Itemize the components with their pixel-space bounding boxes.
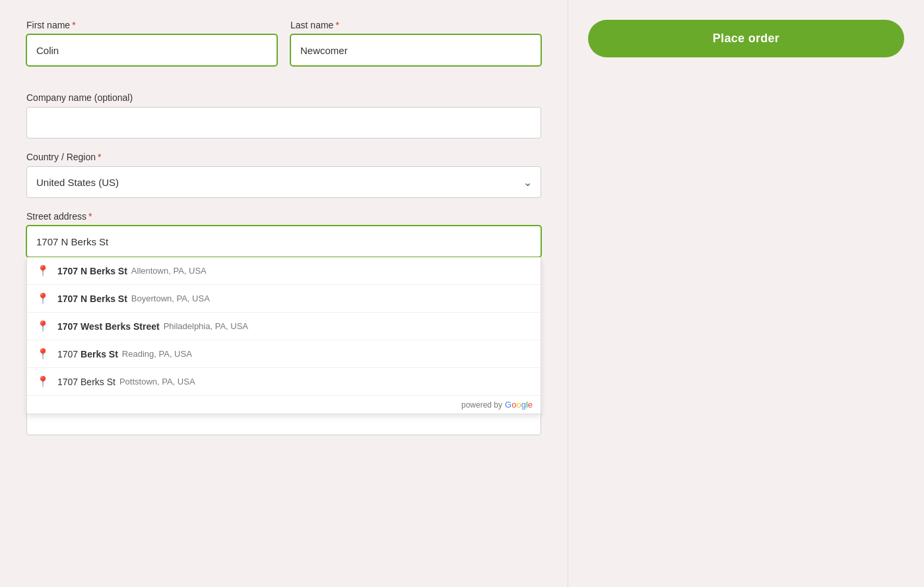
location-pin-icon: 📍 bbox=[36, 320, 50, 332]
autocomplete-dropdown: 📍 1707 N Berks St Allentown, PA, USA 📍 1… bbox=[26, 257, 541, 414]
place-order-button[interactable]: Place order bbox=[588, 20, 904, 57]
first-name-group: First name* bbox=[26, 20, 277, 66]
street-address-wrapper: 📍 1707 N Berks St Allentown, PA, USA 📍 1… bbox=[26, 226, 541, 257]
autocomplete-item[interactable]: 📍 1707 West Berks Street Philadelphia, P… bbox=[27, 313, 541, 340]
location-pin-icon: 📍 bbox=[36, 264, 50, 277]
country-select-wrapper: United States (US) Canada United Kingdom… bbox=[26, 166, 541, 198]
last-name-required: * bbox=[335, 20, 339, 30]
last-name-label: Last name* bbox=[290, 20, 541, 30]
autocomplete-item[interactable]: 📍 1707 Berks St Reading, PA, USA bbox=[27, 340, 541, 368]
company-name-input[interactable] bbox=[26, 107, 541, 139]
country-label: Country / Region* bbox=[26, 152, 541, 162]
checkout-form: First name* Last name* Company name (opt… bbox=[0, 0, 568, 587]
country-required: * bbox=[98, 152, 101, 162]
location-pin-icon: 📍 bbox=[36, 292, 50, 305]
company-name-group: Company name (optional) bbox=[26, 92, 541, 139]
last-name-input[interactable] bbox=[290, 34, 541, 66]
company-name-label: Company name (optional) bbox=[26, 92, 541, 103]
location-pin-icon: 📍 bbox=[36, 348, 50, 360]
autocomplete-item[interactable]: 📍 1707 N Berks St Boyertown, PA, USA bbox=[27, 285, 541, 313]
street-address-required: * bbox=[88, 211, 92, 222]
last-name-group: Last name* bbox=[290, 20, 541, 66]
location-pin-icon: 📍 bbox=[36, 375, 50, 388]
country-select[interactable]: United States (US) Canada United Kingdom… bbox=[26, 166, 541, 198]
autocomplete-item[interactable]: 📍 1707 Berks St Pottstown, PA, USA bbox=[27, 368, 541, 396]
first-name-label: First name* bbox=[26, 20, 277, 30]
autocomplete-item[interactable]: 📍 1707 N Berks St Allentown, PA, USA bbox=[27, 257, 541, 285]
street-address-input[interactable] bbox=[26, 226, 541, 257]
country-group: Country / Region* United States (US) Can… bbox=[26, 152, 541, 198]
order-sidebar: Place order bbox=[568, 0, 924, 587]
google-logo: Google bbox=[505, 400, 533, 410]
street-address-label: Street address* bbox=[26, 211, 541, 222]
first-name-required: * bbox=[72, 20, 75, 30]
street-address-group: Street address* 📍 1707 N Berks St Allent… bbox=[26, 211, 541, 257]
powered-by-text: powered by bbox=[461, 400, 502, 410]
first-name-input[interactable] bbox=[26, 34, 277, 66]
powered-by-google: powered by Google bbox=[27, 396, 541, 414]
